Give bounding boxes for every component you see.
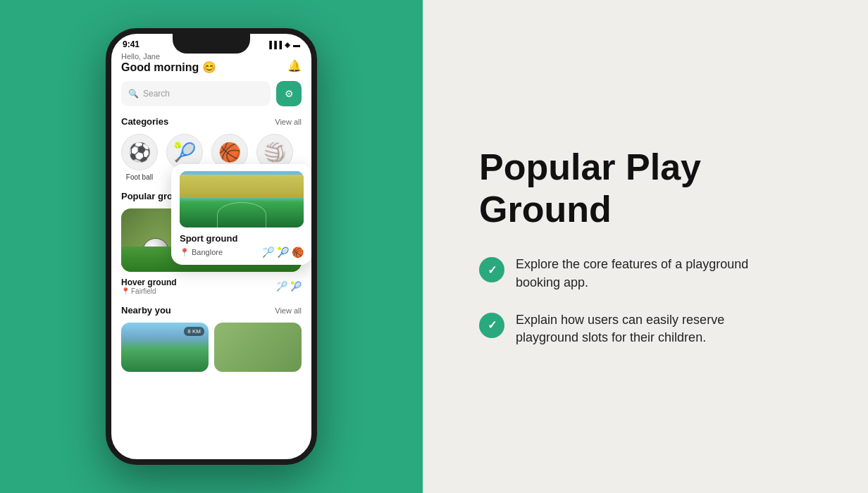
check-icon-1: ✓	[488, 263, 497, 277]
search-input[interactable]: 🔍 Search	[121, 81, 271, 106]
left-section: 9:41 ▐▐▐ ◈ ▬ Hello, Jane Good morning 😊 …	[0, 0, 423, 493]
categories-view-all[interactable]: View all	[275, 118, 302, 126]
ground-details: Hover ground 📍 Fairfield	[121, 277, 177, 295]
feature-text-2: Explain how users can easily reserve pla…	[516, 311, 783, 347]
status-icons: ▐▐▐ ◈ ▬	[267, 41, 300, 49]
phone-content: Hello, Jane Good morning 😊 🔔 🔍 Search ⚙ …	[111, 52, 311, 449]
nearby-card-1[interactable]: 8 KM	[121, 323, 209, 372]
categories-header: Categories View all	[121, 116, 302, 127]
title-line-2: Ground	[479, 189, 612, 230]
title-line-1: Popular Play	[479, 146, 701, 187]
nearby-card-2-image	[214, 323, 302, 372]
football-circle: ⚽	[121, 134, 158, 170]
feature-list: ✓ Explore the core features of a playgro…	[479, 256, 826, 347]
feature-text-1: Explore the core features of a playgroun…	[516, 256, 783, 291]
nearby-view-all[interactable]: View all	[275, 306, 302, 315]
popular-ground-area: Sport ground 📍 Banglore 🏸 🎾 🏀	[121, 208, 302, 272]
hover-card-place-text: Banglore	[192, 248, 223, 256]
check-circle-1: ✓	[479, 257, 504, 282]
signal-icon: ▐▐▐	[267, 41, 282, 49]
search-bar: 🔍 Search ⚙	[121, 81, 302, 106]
feature-item-2: ✓ Explain how users can easily reserve p…	[479, 311, 826, 347]
filter-button[interactable]: ⚙	[276, 81, 302, 106]
status-time: 9:41	[123, 39, 140, 49]
nearby-row: 8 KM	[121, 323, 302, 372]
ground-place-text: Fairfield	[131, 287, 156, 295]
greeting-big: Good morning 😊	[121, 61, 216, 74]
search-placeholder: Search	[143, 89, 170, 99]
hover-card-location: 📍 Banglore 🏸 🎾 🏀	[180, 246, 304, 258]
category-football[interactable]: ⚽ Foot ball	[121, 134, 158, 181]
battery-icon: ▬	[293, 41, 300, 49]
ground-sports-icons: 🏸 🎾	[276, 281, 302, 292]
categories-title: Categories	[121, 116, 168, 127]
bell-icon[interactable]: 🔔	[287, 59, 302, 73]
nearby-header: Nearby you View all	[121, 305, 302, 316]
wifi-icon: ◈	[285, 41, 290, 49]
stadium-mini-image	[180, 171, 304, 227]
phone-notch	[173, 34, 250, 54]
feature-item-1: ✓ Explore the core features of a playgro…	[479, 256, 826, 291]
hover-card-place: 📍 Banglore	[180, 248, 223, 257]
place-pin-icon: 📍	[121, 287, 130, 295]
nearby-card-2[interactable]	[214, 323, 302, 372]
basketball-ball-icon: 🏀	[292, 246, 304, 258]
ground-name: Hover ground	[121, 277, 177, 287]
ground-place: 📍 Fairfield	[121, 287, 177, 295]
filter-icon: ⚙	[285, 88, 294, 99]
greeting-text: Hello, Jane Good morning 😊	[121, 52, 216, 74]
greeting-row: Hello, Jane Good morning 😊 🔔	[121, 52, 302, 74]
hover-card: Sport ground 📍 Banglore 🏸 🎾 🏀	[171, 164, 311, 265]
search-icon: 🔍	[128, 89, 139, 99]
nearby-km-badge-1: 8 KM	[184, 327, 204, 336]
tennis-ball-icon: 🎾	[277, 246, 289, 258]
football-label: Foot ball	[126, 173, 153, 181]
check-icon-2: ✓	[488, 318, 497, 332]
nearby-title: Nearby you	[121, 305, 171, 316]
check-circle-2: ✓	[479, 313, 504, 338]
location-pin-icon: 📍	[180, 248, 190, 257]
ground-info-row: Hover ground 📍 Fairfield 🏸 🎾	[121, 277, 302, 295]
phone-frame: 9:41 ▐▐▐ ◈ ▬ Hello, Jane Good morning 😊 …	[106, 28, 317, 465]
hover-card-sports-icons: 🏸 🎾 🏀	[262, 246, 304, 258]
badminton-icon: 🏸	[262, 246, 274, 258]
hover-card-title: Sport ground	[180, 233, 304, 244]
ground-sport-2: 🎾	[290, 281, 302, 292]
main-title: Popular Play Ground	[479, 146, 826, 231]
right-section: Popular Play Ground ✓ Explore the core f…	[423, 0, 868, 493]
ground-sport-1: 🏸	[276, 281, 287, 292]
